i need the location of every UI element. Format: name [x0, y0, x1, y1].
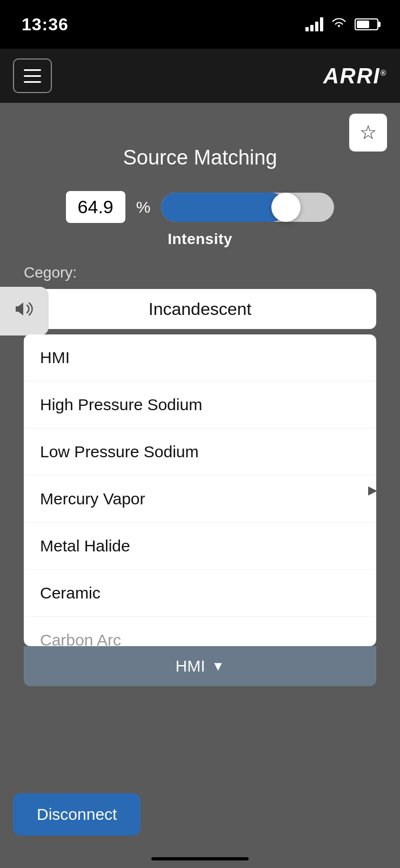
- intensity-label: Intensity: [168, 231, 232, 248]
- intensity-section: 64.9 % Intensity: [13, 191, 387, 248]
- menu-button[interactable]: [13, 58, 52, 93]
- category-label-text: C: [24, 264, 35, 281]
- dropdown-list: HMI High Pressure Sodium Low Pressure So…: [24, 334, 376, 646]
- home-indicator: [151, 857, 249, 860]
- main-content: ☆ Source Matching 64.9 % Intensity Cegor…: [0, 103, 400, 686]
- intensity-row: 64.9 %: [24, 191, 376, 223]
- sub-category-caret-icon: ▼: [212, 659, 225, 674]
- speaker-button[interactable]: [0, 287, 49, 336]
- dropdown-item-low-pressure-sodium[interactable]: Low Pressure Sodium: [24, 429, 376, 476]
- speaker-icon: [14, 299, 35, 324]
- wifi-icon: [331, 16, 347, 32]
- dropdown-item-mercury-vapor[interactable]: Mercury Vapor: [24, 476, 376, 523]
- dropdown-item-metal-halide[interactable]: Metal Halide: [24, 523, 376, 570]
- category-label: Cegory:: [24, 264, 376, 281]
- status-icons: [305, 16, 378, 32]
- slider-thumb: [271, 193, 301, 222]
- sub-category-value: HMI: [176, 657, 205, 675]
- category-selector[interactable]: Incandescent: [24, 289, 376, 329]
- intensity-value-box[interactable]: 64.9: [66, 191, 125, 223]
- sub-category-bar[interactable]: HMI ▼: [24, 646, 376, 686]
- percent-label: %: [136, 198, 151, 216]
- favorite-button[interactable]: ☆: [349, 114, 387, 152]
- intensity-slider[interactable]: [161, 193, 334, 222]
- dropdown-scroll-arrow: ▶: [368, 483, 376, 497]
- dropdown-item-carbon-arc[interactable]: Carbon Arc: [24, 617, 376, 646]
- status-bar: 13:36: [0, 0, 400, 49]
- dropdown-item-high-pressure-sodium[interactable]: High Pressure Sodium: [24, 382, 376, 429]
- arri-logo-badge: ®: [381, 68, 387, 77]
- star-icon: ☆: [359, 121, 377, 144]
- status-time: 13:36: [22, 15, 69, 35]
- dropdown-item-ceramic[interactable]: Ceramic: [24, 570, 376, 617]
- disconnect-button[interactable]: Disconnect: [13, 793, 141, 836]
- category-section: Cegory: Incandescent: [13, 264, 387, 329]
- signal-bars-icon: [305, 17, 323, 31]
- dropdown-item-hmi[interactable]: HMI: [24, 334, 376, 382]
- arri-logo: ARRI®: [323, 64, 387, 88]
- battery-icon: [355, 18, 378, 30]
- header: ARRI®: [0, 49, 400, 103]
- page-title: Source Matching: [13, 114, 387, 191]
- slider-fill: [161, 193, 285, 222]
